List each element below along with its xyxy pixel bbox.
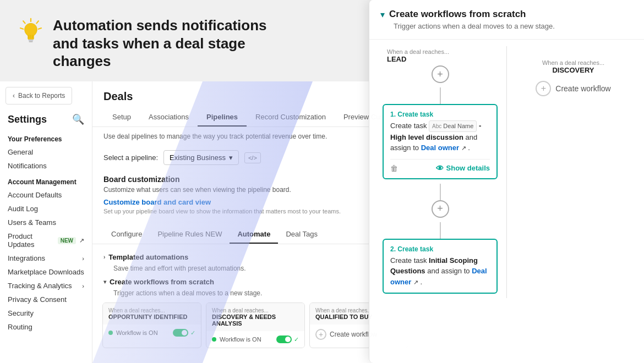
svg-rect-5 (29, 40, 34, 41)
discovery-stage-label: When a deal reaches... (542, 59, 604, 66)
discovery-stage-header: When a deal reaches... DISCOVERY (538, 57, 609, 76)
task-2-suffix: and assign to (427, 267, 472, 275)
task-2-body: Create task Initial Scoping Questions an… (390, 255, 490, 288)
lead-workflow-col: When a deal reaches... LEAD + 1. Create … (378, 46, 502, 298)
connector-line-1 (440, 87, 441, 104)
create-wf-plus-circle-icon: + (536, 81, 551, 96)
overlay-title-row: ▾ Create workflows from scratch (380, 9, 633, 20)
product-updates-label: Product Updates (8, 232, 54, 249)
your-preferences-label: Your Preferences (0, 130, 92, 145)
new-badge: NEW (58, 237, 76, 244)
sidebar-item-general[interactable]: General (0, 145, 92, 159)
create-workflow-plus-icon: + (315, 329, 326, 340)
task-1-period: . (468, 144, 470, 152)
sidebar-item-product-updates[interactable]: Product Updates NEW ↗ (0, 229, 92, 251)
deal-owner-link-1[interactable]: Deal owner (421, 144, 459, 152)
sidebar-item-users-teams[interactable]: Users & Teams (0, 216, 92, 229)
task-card-2: 2. Create task Create task Initial Scopi… (383, 239, 498, 294)
chevron-right-icon: › (82, 255, 84, 262)
chevron-left-icon: ‹ (13, 92, 15, 100)
lead-stage-label: When a deal reaches... (387, 48, 493, 55)
sidebar-item-security[interactable]: Security (0, 306, 92, 320)
overlay-header: ▾ Create workflows from scratch Trigger … (369, 0, 644, 40)
abc-icon: Abc (432, 122, 441, 130)
task-card-1: 1. Create task Create task Abc Deal Name… (383, 104, 498, 179)
deal-name-badge-text: Deal Name (443, 122, 473, 131)
discovery-stage-name: DISCOVERY (542, 66, 604, 74)
external-link-icon: ↗ (79, 237, 84, 244)
sidebar-item-privacy-consent[interactable]: Privacy & Consent (0, 293, 92, 306)
overlay-stages-row: When a deal reaches... LEAD + 1. Create … (369, 40, 644, 300)
lightbulb-icon (17, 18, 45, 46)
add-step-button-lead-2[interactable]: + (432, 200, 449, 218)
discovery-workflow-col: When a deal reaches... DISCOVERY + Creat… (511, 46, 635, 298)
task-1-body: Create task Abc Deal Name - High level d… (390, 120, 490, 153)
sidebar-item-marketplace-downloads[interactable]: Marketplace Downloads (0, 265, 92, 279)
task-1-actions: 🗑 👁 Show details (390, 159, 490, 173)
sidebar-item-integrations[interactable]: Integrations › (0, 251, 92, 265)
show-details-button-1[interactable]: 👁 Show details (436, 164, 490, 173)
settings-title: Settings 🔍 (0, 105, 92, 130)
svg-line-1 (23, 21, 25, 23)
sidebar-item-tracking-analytics[interactable]: Tracking & Analytics › (0, 279, 92, 293)
task-2-period: . (421, 278, 423, 286)
delete-task-1-button[interactable]: 🗑 (390, 164, 398, 173)
sidebar-item-routing[interactable]: Routing (0, 320, 92, 334)
lead-stage-name: LEAD (387, 55, 493, 63)
create-workflow-discovery-label: Create workflow (555, 84, 610, 93)
svg-line-3 (20, 28, 23, 29)
back-to-reports-button[interactable]: ‹ Back to Reports (6, 87, 72, 105)
settings-panel: ‹ Back to Reports Settings 🔍 Your Prefer… (0, 81, 92, 363)
deal-name-badge: Abc Deal Name (429, 120, 477, 132)
eye-icon-1: 👁 (436, 164, 444, 173)
external-link-icon-2: ↗ (413, 279, 418, 285)
overlay-title: Create workflows from scratch (389, 9, 526, 20)
page-title: Automation sends notifications and tasks… (53, 16, 281, 70)
chevron-down-teal-icon: ▾ (380, 9, 385, 20)
search-icon[interactable]: 🔍 (72, 113, 84, 125)
task-1-title: 1. Create task (390, 111, 490, 118)
connector-line-3 (440, 222, 441, 239)
sidebar-item-notifications[interactable]: Notifications (0, 159, 92, 173)
chevron-right-icon-2: › (82, 283, 84, 289)
account-management-label: Account Management (0, 173, 92, 188)
connector-line-2 (440, 184, 441, 200)
task-2-title: 2. Create task (390, 245, 490, 253)
lead-stage-header: When a deal reaches... LEAD (383, 46, 498, 65)
right-overlay-panel: ▾ Create workflows from scratch Trigger … (369, 0, 644, 363)
add-step-button-lead[interactable]: + (432, 65, 449, 83)
hero-title-row: Automation sends notifications and tasks… (17, 16, 281, 70)
show-details-label-1: Show details (446, 164, 490, 172)
svg-rect-6 (29, 41, 33, 42)
sidebar-item-account-defaults[interactable]: Account Defaults (0, 188, 92, 202)
stage-col-divider (506, 46, 507, 298)
sidebar-item-audit-log[interactable]: Audit Log (0, 202, 92, 216)
svg-line-4 (39, 28, 41, 29)
overlay-subtitle: Trigger actions when a deal moves to a n… (394, 22, 633, 30)
svg-line-2 (36, 21, 38, 23)
create-workflow-discovery-button[interactable]: + Create workflow (531, 76, 615, 101)
back-button-label: Back to Reports (18, 92, 65, 100)
external-link-icon-1: ↗ (461, 145, 466, 151)
